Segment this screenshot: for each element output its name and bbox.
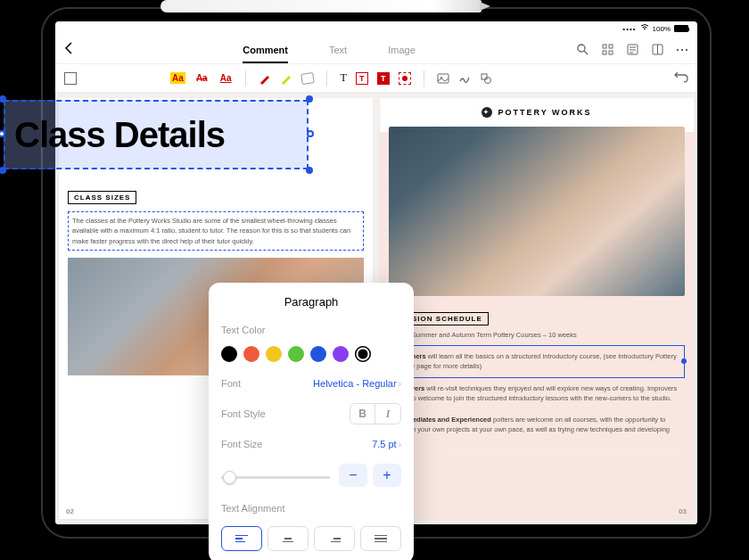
text-color-label: Text Color xyxy=(221,325,266,335)
search-icon[interactable] xyxy=(576,44,588,56)
marker-tool-icon[interactable] xyxy=(280,72,292,85)
color-blue[interactable] xyxy=(310,346,326,362)
underline-tool[interactable]: Aa xyxy=(218,72,234,84)
schedule-beginners[interactable]: Beginners will learn all the basics on a… xyxy=(389,345,685,378)
app-header: Comment Text Image xyxy=(55,36,697,64)
back-button[interactable] xyxy=(64,42,82,58)
font-style-label: Font Style xyxy=(221,408,266,419)
resize-handle-mr[interactable] xyxy=(307,130,314,137)
slider-thumb[interactable] xyxy=(223,471,236,484)
svg-rect-1 xyxy=(603,45,606,48)
textbox-outline-tool[interactable]: T xyxy=(356,72,368,85)
select-tool-icon[interactable] xyxy=(64,72,77,85)
signal-icon: •••• xyxy=(622,25,636,33)
tab-comment[interactable]: Comment xyxy=(243,45,288,55)
svg-point-9 xyxy=(686,48,687,50)
page-number-right: 03 xyxy=(679,507,687,515)
logo-icon: ✦ xyxy=(482,107,492,118)
resize-handle-tr[interactable] xyxy=(306,95,313,103)
resize-handle-br[interactable] xyxy=(306,167,313,174)
paragraph-popover: Paragraph Text Color Font Helvetica - Re… xyxy=(209,283,414,560)
bold-button[interactable]: B xyxy=(350,404,375,424)
svg-point-8 xyxy=(681,48,683,50)
battery-percent: 100% xyxy=(653,25,671,33)
stamp-tool-icon[interactable] xyxy=(301,72,316,85)
svg-rect-4 xyxy=(609,51,613,54)
battery-icon xyxy=(674,25,688,32)
undo-button[interactable] xyxy=(674,71,688,86)
book-icon[interactable] xyxy=(651,44,663,56)
svg-point-0 xyxy=(578,45,585,52)
class-sizes-body[interactable]: The classes at the Pottery Works Studio … xyxy=(68,211,364,251)
svg-point-10 xyxy=(402,76,407,81)
svg-point-7 xyxy=(677,48,679,50)
align-left-button[interactable] xyxy=(221,526,262,551)
textbox-filled-tool[interactable]: T xyxy=(377,72,390,85)
toolbar: Aa Aa Aa T T T xyxy=(55,64,697,93)
strikethrough-tool[interactable]: Aa xyxy=(194,72,210,84)
font-size-value[interactable]: 7.5 pt› xyxy=(372,439,401,449)
svg-rect-2 xyxy=(609,45,613,48)
chevron-right-icon: › xyxy=(399,379,401,389)
svg-rect-3 xyxy=(603,51,606,54)
grid-icon[interactable] xyxy=(601,44,613,56)
font-size-slider[interactable] xyxy=(221,476,330,479)
schedule-intro: Spring, Summer and Autumn Term Pottery C… xyxy=(389,325,685,345)
svg-rect-13 xyxy=(482,74,487,79)
color-red[interactable] xyxy=(243,346,259,362)
page-number-left: 02 xyxy=(66,507,74,515)
wifi-icon xyxy=(640,24,649,33)
resize-handle-bl[interactable] xyxy=(0,167,6,174)
align-justify-button[interactable] xyxy=(360,526,401,551)
highlight-tool[interactable]: Aa xyxy=(170,72,185,84)
color-swatches xyxy=(221,346,401,362)
alignment-label: Text Alignment xyxy=(221,503,285,514)
svg-rect-11 xyxy=(438,74,449,83)
decrease-size-button[interactable]: − xyxy=(339,464,367,487)
color-custom[interactable] xyxy=(355,346,371,362)
status-bar: •••• 100% xyxy=(55,21,697,36)
note-icon[interactable] xyxy=(626,44,638,56)
popover-title: Paragraph xyxy=(221,295,401,309)
text-tool[interactable]: T xyxy=(340,71,346,85)
textbox-dashed-tool[interactable] xyxy=(399,72,411,85)
align-right-button[interactable] xyxy=(314,526,355,551)
mug-photo xyxy=(389,127,685,296)
brand-logo: ✦ POTTERY WORKS xyxy=(389,107,685,118)
class-sizes-heading: CLASS SIZES xyxy=(68,191,136,204)
image-tool-icon[interactable] xyxy=(437,72,449,85)
tab-text[interactable]: Text xyxy=(329,45,347,55)
schedule-intermediates[interactable]: Intermediates and Experienced potters ar… xyxy=(389,409,685,451)
schedule-improvers[interactable]: Improvers will re-visit techniques they … xyxy=(389,378,685,410)
pen-tool-icon[interactable] xyxy=(259,72,271,85)
color-purple[interactable] xyxy=(333,346,349,362)
selected-text-box[interactable]: Class Details xyxy=(4,100,309,169)
tab-image[interactable]: Image xyxy=(388,45,416,55)
selected-text-content[interactable]: Class Details xyxy=(14,115,225,155)
color-yellow[interactable] xyxy=(266,346,282,362)
apple-pencil xyxy=(160,0,482,12)
font-size-label: Font Size xyxy=(221,439,262,449)
more-icon[interactable] xyxy=(676,44,688,56)
color-green[interactable] xyxy=(288,346,304,362)
brand-name: POTTERY WORKS xyxy=(498,108,591,117)
align-center-button[interactable] xyxy=(268,526,309,551)
italic-button[interactable]: I xyxy=(375,404,400,424)
color-black[interactable] xyxy=(221,346,237,362)
shape-tool-icon[interactable] xyxy=(480,72,492,85)
increase-size-button[interactable]: + xyxy=(373,464,401,487)
page-right[interactable]: ✦ POTTERY WORKS SESSION SCHEDULE Spring,… xyxy=(380,98,694,519)
signature-tool-icon[interactable] xyxy=(458,72,471,85)
font-label: Font xyxy=(221,378,241,389)
svg-point-14 xyxy=(484,77,490,83)
font-selector[interactable]: Helvetica - Regular› xyxy=(313,378,401,389)
chevron-right-icon: › xyxy=(399,440,401,449)
